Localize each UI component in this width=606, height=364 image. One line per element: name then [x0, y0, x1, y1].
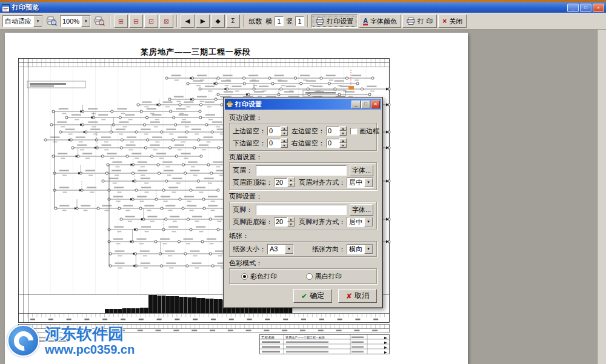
right-margin-input[interactable] — [326, 139, 339, 148]
zoom-out-preview-icon[interactable] — [44, 15, 59, 28]
dialog-printer-icon — [226, 101, 233, 108]
dialog-actions: ✔ 确定 ✘ 取消 — [229, 289, 377, 303]
footer-font-button[interactable]: 字体... — [350, 204, 373, 216]
footer-text-label: 页脚： — [233, 205, 253, 214]
bottom-margin-stepper: ▲▼ — [267, 138, 288, 148]
top-margin-input[interactable] — [267, 127, 281, 136]
fit-mode-combobox[interactable]: 自动适应 ▼ — [2, 15, 43, 27]
chevron-down-icon[interactable]: ▼ — [33, 16, 42, 27]
layout-two-pages-button[interactable]: ⊟ — [129, 15, 143, 28]
toolbar-separator — [176, 15, 178, 27]
header-font-button[interactable]: 字体... — [350, 165, 373, 176]
printer-icon — [407, 18, 415, 25]
toolbar-separator — [243, 15, 244, 27]
cancel-button[interactable]: ✘ 取消 — [338, 289, 377, 303]
chevron-down-icon[interactable]: ▼ — [364, 178, 373, 187]
margins-group: 上边留空： ▲▼ 左边留空： ▲▼ 画边框 — [229, 123, 377, 151]
toolbar-separator — [307, 15, 308, 27]
window-controls: _ □ × — [567, 4, 604, 12]
ok-button[interactable]: ✔ 确定 — [293, 289, 332, 303]
header-align-value: 居中 — [347, 178, 364, 187]
radio-icon — [306, 273, 313, 280]
paper-orientation-value: 横向 — [347, 245, 364, 254]
chevron-down-icon[interactable]: ▼ — [364, 245, 373, 254]
layout-single-page-button[interactable]: ⊞ — [114, 15, 128, 28]
bw-print-label: 黑白打印 — [315, 272, 342, 281]
paper-size-label: 纸张大小： — [233, 245, 266, 254]
left-margin-label: 左边留空： — [291, 127, 325, 136]
print-settings-label: 打印设置 — [327, 17, 353, 26]
right-margin-stepper: ▲▼ — [326, 138, 347, 148]
spin-down-button[interactable]: ▼ — [287, 222, 295, 227]
close-window-button[interactable]: × — [593, 4, 604, 12]
paper-size-value: A3 — [268, 245, 285, 253]
total-pages-button[interactable]: Σ — [226, 15, 240, 28]
spin-up-button[interactable]: ▲ — [287, 177, 295, 182]
font-color-icon: A — [363, 18, 368, 25]
grid-cross-icon: ⊠ — [164, 18, 169, 25]
print-button[interactable]: 打 印 — [402, 15, 437, 28]
paper-size-combobox[interactable]: A3 ▼ — [267, 244, 294, 254]
diamond-icon: ◆ — [216, 18, 221, 24]
bottom-margin-input[interactable] — [267, 139, 281, 148]
spin-down-button[interactable]: ▼ — [287, 182, 295, 187]
footer-text-input[interactable] — [256, 205, 347, 215]
svg-text:某房地产——三期工程一标段: 某房地产——三期工程一标段 — [285, 336, 325, 340]
draw-border-checkbox[interactable]: 画边框 — [350, 127, 379, 136]
bw-print-radio[interactable]: 黑白打印 — [306, 272, 342, 281]
header-distance-input[interactable] — [274, 178, 287, 187]
paper-orientation-combobox[interactable]: 横向 ▼ — [347, 244, 373, 254]
spin-up-button[interactable]: ▲ — [339, 138, 347, 143]
app-icon — [2, 4, 10, 12]
chevron-down-icon[interactable]: ▼ — [364, 217, 373, 227]
pages-vertical-input[interactable] — [295, 16, 304, 26]
dialog-minimize-button[interactable]: _ — [351, 101, 361, 108]
paper-group-label: 纸张： — [229, 231, 377, 240]
zoom-value: 100% — [61, 18, 81, 25]
next-page-button[interactable]: ▶ — [196, 15, 210, 28]
font-color-label: 字体颜色 — [370, 17, 397, 26]
header-align-combobox[interactable]: 居中 ▼ — [347, 177, 373, 188]
four-pages-icon: ⊡ — [148, 18, 154, 25]
prev-page-button[interactable]: ◀ — [181, 15, 195, 28]
vertical-scrollbar[interactable] — [597, 30, 606, 364]
minimize-button[interactable]: _ — [567, 4, 579, 12]
left-margin-stepper: ▲▼ — [326, 126, 347, 136]
dialog-body: 页边设置： 上边留空： ▲▼ 左边留空： ▲▼ 画边框 — [225, 110, 381, 306]
left-margin-input[interactable] — [326, 127, 339, 136]
dialog-maximize-button[interactable]: □ — [361, 101, 370, 108]
draw-border-label: 画边框 — [359, 127, 379, 136]
spin-down-button[interactable]: ▼ — [339, 131, 347, 136]
pages-horizontal-input[interactable] — [275, 16, 284, 26]
fit-mode-value: 自动适应 — [3, 17, 33, 26]
left-arrow-icon: ◀ — [185, 18, 190, 24]
print-settings-button[interactable]: 打印设置 — [311, 15, 358, 28]
font-color-button[interactable]: A 字体颜色 — [359, 15, 401, 28]
color-mode-group-label: 色彩模式： — [229, 259, 377, 268]
zoom-in-preview-icon[interactable] — [92, 15, 107, 28]
layout-grid-button[interactable]: ⊠ — [159, 15, 173, 28]
grid-icon: ⊞ — [118, 18, 124, 25]
maximize-button[interactable]: □ — [580, 4, 591, 12]
footer-align-combobox[interactable]: 居中 ▼ — [347, 217, 373, 227]
top-margin-stepper: ▲▼ — [267, 126, 288, 136]
spin-up-button[interactable]: ▲ — [339, 126, 347, 131]
close-preview-button[interactable]: × 关闭 — [438, 15, 467, 28]
spin-up-button[interactable]: ▲ — [287, 217, 295, 222]
footer-distance-label: 页脚距底端： — [233, 217, 273, 227]
spin-up-button[interactable]: ▲ — [281, 126, 288, 131]
chevron-down-icon[interactable]: ▼ — [81, 16, 90, 27]
fit-page-button[interactable]: ◆ — [211, 15, 225, 28]
chevron-down-icon[interactable]: ▼ — [285, 245, 293, 254]
color-print-radio[interactable]: 彩色打印 — [241, 272, 277, 281]
header-text-input[interactable] — [256, 165, 347, 176]
dialog-close-button[interactable]: × — [371, 101, 380, 108]
spin-up-button[interactable]: ▲ — [281, 138, 288, 143]
spin-down-button[interactable]: ▼ — [281, 131, 288, 136]
layout-four-pages-button[interactable]: ⊡ — [144, 15, 158, 28]
footer-distance-input[interactable] — [274, 217, 287, 227]
zoom-combobox[interactable]: 100% ▼ — [60, 15, 91, 27]
two-pages-icon: ⊟ — [133, 18, 139, 25]
spin-down-button[interactable]: ▼ — [339, 143, 347, 148]
spin-down-button[interactable]: ▼ — [281, 143, 288, 148]
